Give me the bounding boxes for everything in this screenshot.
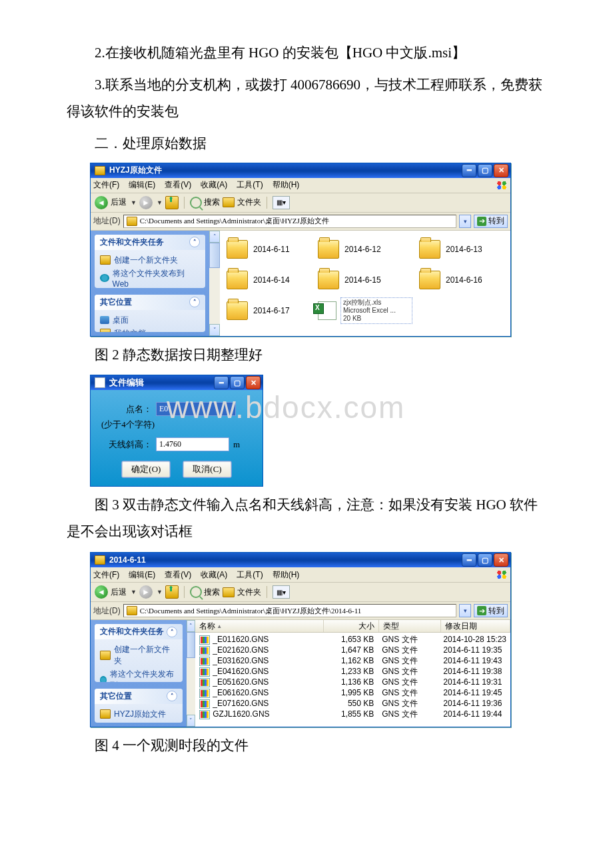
collapse-icon[interactable]: ˄: [167, 691, 177, 701]
scroll-down-icon[interactable]: ˅: [187, 715, 195, 727]
link-parent-folder[interactable]: HYZJ原始文件: [100, 709, 177, 720]
file-row[interactable]: _E071620.GNS550 KBGNS 文件2014-6-11 19:36: [195, 698, 510, 709]
cancel-button[interactable]: 取消(C): [183, 461, 231, 478]
col-name[interactable]: 名称▲: [195, 620, 324, 632]
task-new-folder[interactable]: 创建一个新文件夹: [100, 255, 200, 266]
address-bar: 地址(D) C:\Documents and Settings\Administ…: [91, 602, 510, 620]
menu-help[interactable]: 帮助(H): [273, 569, 300, 581]
folder-item[interactable]: 2014-6-13: [419, 236, 504, 263]
address-path-text: C:\Documents and Settings\Administrator\…: [140, 216, 329, 226]
folders-button[interactable]: 文件夹: [223, 587, 261, 598]
up-button[interactable]: [165, 196, 179, 209]
scroll-thumb[interactable]: [187, 632, 195, 658]
antenna-label: 天线斜高：: [101, 439, 152, 451]
maximize-button[interactable]: ▢: [478, 553, 492, 567]
file-row[interactable]: _E021620.GNS1,647 KBGNS 文件2014-6-11 19:3…: [195, 645, 510, 655]
search-button[interactable]: 搜索: [190, 197, 220, 209]
file-list-area: 名称▲ 大小 类型 修改日期 _E011620.GNS1,653 KBGNS 文…: [195, 620, 510, 727]
file-row[interactable]: GZJL1620.GNS1,855 KBGNS 文件2014-6-11 19:4…: [195, 709, 510, 719]
go-button[interactable]: ➔转到: [474, 215, 508, 228]
collapse-icon[interactable]: ˄: [189, 237, 200, 247]
pointname-input[interactable]: E01: [156, 402, 236, 416]
antenna-input[interactable]: 1.4760: [156, 437, 229, 451]
scroll-up-icon[interactable]: ˄: [209, 231, 220, 243]
maximize-button[interactable]: ▢: [230, 376, 245, 389]
other-places-panel: 其它位置˄ 桌面 我的文档: [95, 295, 205, 332]
folder-item[interactable]: 2014-6-12: [318, 236, 412, 263]
menu-edit[interactable]: 编辑(E): [129, 569, 155, 581]
address-dropdown-button[interactable]: ▾: [459, 604, 471, 617]
menu-view[interactable]: 查看(V): [165, 569, 191, 581]
dialog-titlebar[interactable]: 文件编辑 ━ ▢ ✕: [91, 375, 263, 390]
menu-file[interactable]: 文件(F): [93, 569, 119, 581]
address-input[interactable]: C:\Documents and Settings\Administrator\…: [123, 604, 456, 617]
forward-button[interactable]: ►▼: [139, 585, 163, 599]
search-button[interactable]: 搜索: [190, 586, 220, 598]
gns-file-icon: [199, 635, 210, 645]
titlebar[interactable]: 2014-6-11 ━ ▢ ✕: [91, 553, 510, 567]
menu-edit[interactable]: 编辑(E): [129, 179, 155, 191]
back-button[interactable]: ◄后退▼: [95, 585, 137, 599]
up-button[interactable]: [165, 585, 179, 599]
folder-item[interactable]: 2014-6-11: [227, 236, 311, 263]
menu-tools[interactable]: 工具(T): [237, 179, 263, 191]
file-size: 1,162 KB: [323, 656, 378, 665]
folder-item[interactable]: 2014-6-15: [318, 267, 412, 293]
file-row[interactable]: _E041620.GNS1,233 KBGNS 文件2014-6-11 19:3…: [195, 666, 510, 677]
close-button[interactable]: ✕: [246, 376, 261, 389]
scroll-up-icon[interactable]: ˄: [187, 620, 195, 632]
titlebar[interactable]: HYZJ原始文件 ━ ▢ ✕: [91, 163, 510, 178]
maximize-button[interactable]: ▢: [478, 164, 492, 177]
side-scrollbar[interactable]: ˄ ˅: [209, 231, 220, 336]
folder-item[interactable]: 2014-6-16: [419, 267, 504, 293]
folder-item[interactable]: 2014-6-14: [227, 267, 311, 293]
collapse-icon[interactable]: ˄: [167, 627, 177, 637]
task-new-folder[interactable]: 创建一个新文件夹: [100, 644, 177, 667]
menu-help[interactable]: 帮助(H): [273, 179, 300, 191]
col-date[interactable]: 修改日期: [441, 620, 510, 632]
file-type: GNS 文件: [378, 698, 439, 709]
col-size[interactable]: 大小: [324, 620, 379, 632]
go-button[interactable]: ➔转到: [474, 604, 508, 617]
views-button[interactable]: ▦▾: [273, 585, 290, 599]
scroll-down-icon[interactable]: ˅: [209, 324, 220, 336]
link-desktop[interactable]: 桌面: [100, 315, 200, 326]
collapse-icon[interactable]: ˄: [189, 297, 200, 307]
file-name: _E021620.GNS: [213, 645, 269, 655]
task-publish-web[interactable]: 将这个文件夹发布到 Web: [100, 268, 200, 288]
side-scrollbar[interactable]: ˄ ˅: [187, 620, 195, 727]
address-dropdown-button[interactable]: ▾: [459, 215, 471, 228]
menu-fav[interactable]: 收藏(A): [201, 179, 227, 191]
file-name: _E041620.GNS: [213, 667, 269, 676]
ok-button[interactable]: 确定(O): [121, 461, 171, 478]
explorer-window-1: HYZJ原始文件 ━ ▢ ✕ 文件(F) 编辑(E) 查看(V) 收藏(A) 工…: [90, 163, 511, 337]
file-row[interactable]: _E031620.GNS1,162 KBGNS 文件2014-6-11 19:4…: [195, 655, 510, 666]
file-row[interactable]: _E051620.GNS1,136 KBGNS 文件2014-6-11 19:3…: [195, 677, 510, 687]
link-mydoc[interactable]: 我的文档: [100, 722, 177, 723]
forward-button[interactable]: ►▼: [139, 196, 163, 209]
menu-fav[interactable]: 收藏(A): [201, 569, 227, 581]
menu-view[interactable]: 查看(V): [165, 179, 191, 191]
xls-file-item[interactable]: zjx控制点.xlsMicrosoft Excel ...20 KB: [318, 297, 412, 324]
link-mydoc[interactable]: 我的文档: [100, 328, 200, 332]
back-button[interactable]: ◄后退▼: [95, 196, 137, 209]
minimize-button[interactable]: ━: [462, 164, 476, 177]
menu-tools[interactable]: 工具(T): [237, 569, 263, 581]
folders-button[interactable]: 文件夹: [223, 197, 261, 208]
address-input[interactable]: C:\Documents and Settings\Administrator\…: [123, 215, 456, 228]
file-date: 2014-6-11 19:43: [439, 656, 510, 665]
views-button[interactable]: ▦▾: [273, 196, 290, 209]
minimize-button[interactable]: ━: [462, 553, 476, 567]
file-row[interactable]: _E061620.GNS1,995 KBGNS 文件2014-6-11 19:4…: [195, 687, 510, 698]
scroll-thumb[interactable]: [209, 243, 220, 269]
close-button[interactable]: ✕: [494, 164, 508, 177]
address-label: 地址(D): [93, 605, 121, 617]
folder-item[interactable]: 2014-6-17: [227, 297, 311, 324]
task-publish-web[interactable]: 将这个文件夹发布到 Web: [100, 669, 177, 682]
section-heading-2: 二．处理原始数据: [67, 131, 546, 157]
minimize-button[interactable]: ━: [214, 376, 229, 389]
col-type[interactable]: 类型: [379, 620, 441, 632]
menu-file[interactable]: 文件(F): [93, 179, 119, 191]
file-row[interactable]: _E011620.GNS1,653 KBGNS 文件2014-10-28 15:…: [195, 634, 510, 645]
close-button[interactable]: ✕: [494, 553, 508, 567]
